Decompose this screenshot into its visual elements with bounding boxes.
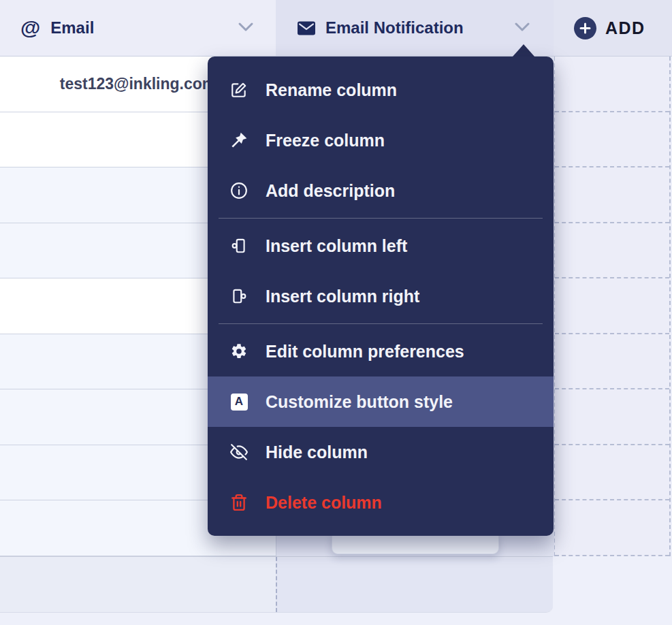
ghost-cell — [555, 112, 669, 168]
add-column-button[interactable]: ADD — [574, 17, 645, 39]
chevron-down-icon[interactable] — [513, 21, 531, 36]
menu-item-delete-column[interactable]: Delete column — [208, 477, 554, 528]
info-icon — [230, 182, 248, 199]
column-context-menu: Rename column Freeze column Add descript… — [208, 57, 554, 536]
chevron-down-icon[interactable] — [237, 21, 255, 36]
add-column-label: ADD — [605, 18, 645, 38]
menu-item-hide-column[interactable]: Hide column — [208, 427, 554, 477]
column-header-email-notification-label: Email Notification — [325, 18, 464, 37]
menu-item-insert-column-left[interactable]: Insert column left — [208, 221, 554, 271]
column-header-email[interactable]: @ Email — [0, 0, 276, 57]
insert-left-icon — [230, 237, 248, 255]
menu-item-customize-button-style[interactable]: A Customize button style — [208, 376, 554, 427]
envelope-icon — [298, 19, 315, 37]
records-table-page: @ Email Email Notification ADD test123@i… — [0, 0, 672, 625]
ghost-cell — [555, 278, 669, 334]
pin-icon — [230, 131, 248, 149]
menu-caret-icon — [513, 44, 534, 57]
trash-icon — [230, 494, 248, 511]
menu-item-freeze-column[interactable]: Freeze column — [208, 115, 554, 165]
column-header-email-notification[interactable]: Email Notification — [276, 0, 554, 57]
ghost-cell — [555, 389, 669, 445]
add-row-bar[interactable] — [0, 556, 553, 613]
ghost-cell — [555, 167, 669, 223]
add-row-bar-selected-span — [276, 557, 553, 612]
email-cell-value: test123@inkling.com — [60, 75, 217, 93]
menu-item-insert-column-right[interactable]: Insert column right — [208, 271, 554, 321]
menu-item-add-description[interactable]: Add description — [208, 165, 554, 216]
letter-a-icon: A — [230, 393, 248, 411]
menu-divider — [219, 323, 543, 324]
ghost-cell — [555, 57, 669, 112]
menu-divider — [219, 218, 543, 219]
add-column-header: ADD — [554, 0, 672, 57]
edit-icon — [230, 81, 248, 99]
gear-icon — [230, 342, 248, 360]
ghost-add-column[interactable] — [554, 57, 671, 556]
ghost-cell — [555, 500, 669, 556]
menu-item-edit-column-preferences[interactable]: Edit column preferences — [208, 326, 554, 376]
at-icon: @ — [20, 18, 40, 38]
ghost-cell — [555, 334, 669, 390]
menu-item-rename-column[interactable]: Rename column — [208, 65, 554, 115]
ghost-cell — [555, 223, 669, 279]
plus-circle-icon — [574, 17, 596, 39]
column-header-email-label: Email — [50, 18, 94, 37]
eye-off-icon — [230, 443, 248, 461]
insert-right-icon — [230, 287, 248, 305]
ghost-cell — [555, 445, 669, 501]
